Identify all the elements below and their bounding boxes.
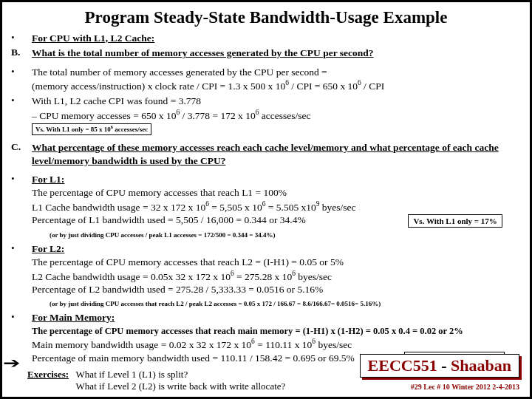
row-b-heading: • For CPU with L1, L2 Cache: — [11, 32, 521, 45]
calc-body: The total number of memory accesses gene… — [32, 66, 521, 93]
row-calc2: • With L1, L2 cache CPI was found = 3.77… — [11, 95, 521, 135]
l1-box: Vs. With L1 only = 17% — [408, 214, 502, 228]
row-l2: • For L2: The percentage of CPU memory a… — [11, 242, 521, 310]
mm-heading: For Main Memory: — [32, 312, 115, 323]
mm-l2c: byes/sec — [316, 339, 352, 350]
l2-l1: The percentage of CPU memory accesses th… — [32, 256, 344, 267]
l2-l2b: = 275.28 x 10 — [234, 270, 293, 282]
l1-body: For L1: The percentage of CPU memory acc… — [32, 173, 521, 241]
bullet: • — [11, 32, 32, 45]
b-question: What is the total number of memory acces… — [32, 47, 521, 60]
mm-l2a: Main memory bandwidth usage = 0.02 x 32 … — [32, 339, 251, 350]
brand-left: EECC551 — [368, 356, 437, 375]
bullet: • — [11, 242, 32, 310]
exercises-block: Exercises: What if Level 1 (L1) is split… — [2, 369, 360, 392]
calc-body2: With L1, L2 cache CPI was found = 3.778 … — [32, 95, 521, 135]
mm-l2b: = 110.11 x 10 — [255, 339, 313, 350]
calc-l1: The total number of memory accesses gene… — [32, 66, 327, 78]
calc-l4b: / 3.778 = 172 x 10 — [180, 109, 256, 120]
b-heading: For CPU with L1, L2 Cache: — [32, 32, 521, 45]
ex-l1: What if Level 1 (L1) is split? — [76, 369, 188, 380]
c-question: What percentage of these memory accesses… — [32, 141, 521, 168]
brand-box: EECC551 - Shaaban — [360, 354, 519, 378]
l2-heading: For L2: — [32, 243, 64, 254]
bullet: • — [11, 173, 32, 241]
slide-frame: Program Steady-State Bandwidth-Usage Exa… — [0, 0, 532, 399]
l1-l2b: = 5,505 x 10 — [209, 201, 262, 212]
l1-l3: Percentage of L1 bandwidth used = 5,505 … — [32, 214, 401, 227]
exercises-label: Exercises: — [27, 369, 69, 380]
l1-l2d: byes/sec — [319, 201, 355, 212]
l1-l2a: L1 Cache bandwidth usage = 32 x 172 x 10 — [32, 201, 205, 212]
calc-l2b: / CPI = 650 x 10 — [289, 81, 358, 92]
l2-l2a: L2 Cache bandwidth usage = 0.05x 32 x 17… — [32, 270, 231, 282]
row-calc: • The total number of memory accesses ge… — [11, 66, 521, 93]
footer: Exercises: What if Level 1 (L1) is split… — [2, 354, 530, 392]
l1-l2c: = 5.505 x10 — [265, 201, 316, 212]
row-l1: • For L1: The percentage of CPU memory a… — [11, 173, 521, 241]
lecture-info: #29 Lec # 10 Winter 2012 2-4-2013 — [411, 383, 519, 391]
l2-l2c: byes/sec — [296, 270, 332, 282]
row-c-question: C. What percentage of these memory acces… — [11, 141, 521, 168]
l2-l3: Percentage of L2 bandwidth used = 275.28… — [32, 284, 323, 295]
mm-l1: The percentage of CPU memory accesses th… — [32, 326, 463, 336]
bullet: • — [11, 66, 32, 93]
l2-small: (or by just dividing CPU accesses that r… — [32, 300, 381, 307]
calc-l3: With L1, L2 cache CPI was found = 3.778 — [32, 95, 201, 106]
brand-wrap: EECC551 - Shaaban #29 Lec # 10 Winter 20… — [360, 354, 519, 392]
l1-small: (or by just dividing CPU accesses / peak… — [32, 231, 275, 239]
brand-right: Shaaban — [451, 356, 511, 375]
l1-only-note-box: Vs. With L1 only = 85 x 106 accesses/sec — [32, 123, 151, 135]
bullet: • — [11, 95, 32, 135]
l1-l1: The percentage of CPU memory accesses th… — [32, 187, 287, 198]
l1-heading: For L1: — [32, 174, 64, 185]
calc-l2c: / CPI — [361, 81, 385, 92]
label-c: C. — [11, 141, 32, 168]
calc-l4c: accesses/sec — [259, 109, 310, 120]
page-title: Program Steady-State Bandwidth-Usage Exa… — [11, 8, 521, 27]
note1b: accesses/sec — [113, 126, 148, 133]
label-b: B. — [11, 47, 32, 60]
l2-body: For L2: The percentage of CPU memory acc… — [32, 242, 521, 310]
calc-l2a: (memory access/instruction) x clock rate… — [32, 81, 285, 92]
note1a: Vs. With L1 only = 85 x 10 — [35, 126, 111, 133]
calc-l4a: – CPU memory accesses = 650 x 10 — [32, 109, 176, 120]
row-b-question: B. What is the total number of memory ac… — [11, 47, 521, 60]
ex-l2: What if Level 2 (L2) is write back with … — [76, 381, 286, 392]
